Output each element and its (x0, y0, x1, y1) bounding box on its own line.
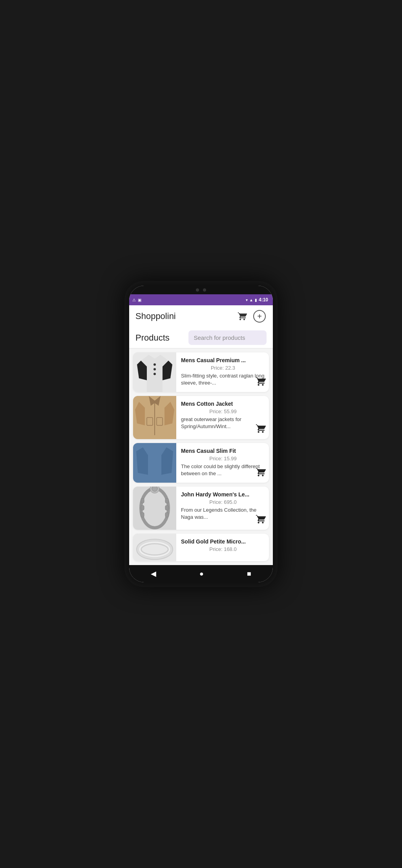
warning-icon: ⚠ (132, 298, 136, 302)
product-image-5 (133, 534, 176, 561)
app-bar: Shoppolini + (129, 305, 273, 327)
product-info-3: Mens Casual Slim Fit Price: 15.99 The co… (176, 443, 269, 483)
add-to-cart-4[interactable] (256, 514, 266, 527)
app-title: Shoppolini (135, 311, 176, 321)
status-right: ▾ ▲ ▮ 4:10 (246, 297, 268, 303)
product-desc-4: From our Legends Collection, the Naga wa… (181, 507, 265, 521)
product-name-2: Mens Cotton Jacket (181, 401, 265, 407)
cart-icon (238, 312, 247, 321)
svg-point-5 (153, 368, 156, 370)
add-to-cart-3[interactable] (256, 467, 266, 480)
ring-image (133, 534, 176, 561)
svg-point-6 (153, 373, 156, 375)
add-to-cart-1[interactable] (256, 376, 266, 389)
add-to-cart-2[interactable] (256, 423, 266, 436)
product-price-2: Price: 55.99 (181, 408, 265, 414)
product-list: Mens Casual Premium ... Price: 22.3 Slim… (129, 348, 273, 565)
phone-screen: ⚠ ▣ ▾ ▲ ▮ 4:10 Shoppolini + (129, 286, 273, 582)
product-name-3: Mens Casual Slim Fit (181, 448, 265, 454)
svg-rect-25 (141, 512, 144, 517)
add-circle-icon: + (253, 310, 266, 323)
back-button[interactable]: ◀ (151, 569, 156, 578)
product-desc-1: Slim-fitting style, contrast raglan long… (181, 372, 265, 387)
product-card-2[interactable]: Mens Cotton Jacket Price: 55.99 great ou… (133, 396, 269, 439)
home-button[interactable]: ● (199, 570, 204, 578)
product-name-5: Solid Gold Petite Micro... (181, 538, 265, 545)
svg-rect-27 (165, 505, 168, 510)
battery-icon: ▮ (255, 298, 257, 302)
product-name-1: Mens Casual Premium ... (181, 357, 265, 363)
products-label: Products (135, 333, 184, 343)
wifi-icon: ▾ (246, 298, 248, 302)
product-name-4: John Hardy Women's Le... (181, 491, 265, 498)
search-input[interactable]: Search for products (188, 330, 267, 345)
product-info-1: Mens Casual Premium ... Price: 22.3 Slim… (176, 352, 269, 392)
add-button[interactable]: + (252, 309, 267, 323)
product-info-2: Mens Cotton Jacket Price: 55.99 great ou… (176, 396, 269, 439)
status-left: ⚠ ▣ (132, 298, 141, 302)
jacket-image (133, 396, 176, 439)
status-bar: ⚠ ▣ ▾ ▲ ▮ 4:10 (129, 294, 273, 305)
svg-point-4 (153, 363, 156, 366)
product-card-1[interactable]: Mens Casual Premium ... Price: 22.3 Slim… (133, 352, 269, 392)
camera-dot-right (203, 288, 206, 292)
svg-rect-24 (141, 505, 144, 510)
tshirt-image (133, 443, 176, 483)
product-price-5: Price: 168.0 (181, 546, 265, 552)
signal-icon: ▲ (249, 298, 253, 302)
product-desc-2: great outerwear jackets for Spring/Autum… (181, 416, 265, 430)
phone-frame: ⚠ ▣ ▾ ▲ ▮ 4:10 Shoppolini + (124, 281, 278, 587)
product-info-5: Solid Gold Petite Micro... Price: 168.0 (176, 534, 269, 561)
svg-rect-28 (165, 512, 168, 517)
camera-dot-left (196, 288, 199, 292)
app-bar-actions: + (235, 309, 267, 323)
product-image-2 (133, 396, 176, 439)
product-image-3 (133, 443, 176, 483)
status-time: 4:10 (259, 297, 268, 303)
bracelet-image (133, 487, 176, 530)
product-image-4 (133, 487, 176, 530)
cart-button[interactable] (235, 309, 249, 323)
product-card-4[interactable]: John Hardy Women's Le... Price: 695.0 Fr… (133, 487, 269, 530)
product-price-3: Price: 15.99 (181, 456, 265, 461)
product-card-5[interactable]: Solid Gold Petite Micro... Price: 168.0 (133, 534, 269, 561)
product-card-3[interactable]: Mens Casual Slim Fit Price: 15.99 The co… (133, 443, 269, 483)
svg-rect-23 (141, 498, 144, 503)
product-desc-3: The color could be slightly different be… (181, 463, 265, 477)
shirt-image (133, 352, 176, 392)
product-price-4: Price: 695.0 (181, 499, 265, 505)
sim-icon: ▣ (138, 298, 141, 302)
product-price-1: Price: 22.3 (181, 365, 265, 371)
recents-button[interactable]: ■ (247, 570, 251, 578)
svg-rect-26 (165, 498, 168, 503)
product-image-1 (133, 352, 176, 392)
search-placeholder: Search for products (194, 334, 245, 341)
bottom-nav: ◀ ● ■ (129, 565, 273, 582)
svg-point-22 (152, 487, 157, 491)
search-row: Products Search for products (129, 327, 273, 348)
camera-bar (129, 286, 273, 294)
product-info-4: John Hardy Women's Le... Price: 695.0 Fr… (176, 487, 269, 530)
